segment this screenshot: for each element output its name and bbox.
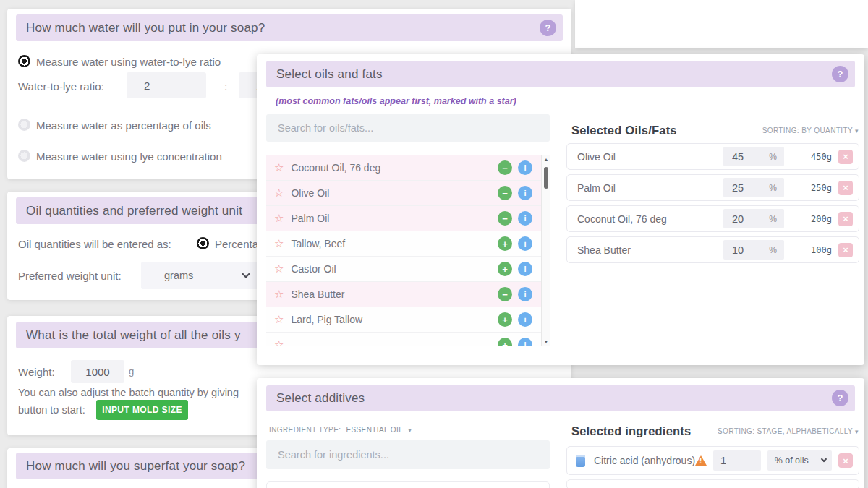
info-button[interactable]: i	[518, 287, 532, 301]
radio-percentages[interactable]	[197, 237, 209, 249]
remove-icon[interactable]: ×	[838, 212, 853, 226]
soap-calculator-page: How much water will you put in your soap…	[0, 0, 868, 488]
info-button[interactable]: i	[518, 211, 532, 226]
remove-oil-button[interactable]: −	[498, 287, 512, 301]
oils-sorting-label: SORTING: BY QUANTITY	[762, 127, 853, 134]
selected-ingredient-name: Citric acid (anhydrous)	[594, 455, 695, 466]
water-card-header: How much water will you put in your soap…	[16, 14, 563, 41]
oil-list-item[interactable]: ☆ + i	[266, 333, 550, 346]
oil-name: Palm Oil	[291, 213, 498, 224]
info-button[interactable]: i	[518, 160, 532, 175]
ingredient-type-value: ESSENTIAL OIL	[346, 426, 403, 434]
selected-oils-panel: Selected Oils/Fats SORTING: BY QUANTITY …	[561, 119, 864, 137]
total-weight-title: What is the total weight of all the oils…	[26, 328, 241, 343]
info-button[interactable]: i	[518, 186, 532, 200]
remove-icon[interactable]: ×	[838, 453, 853, 468]
add-oil-button[interactable]: +	[498, 312, 512, 327]
info-button[interactable]: i	[518, 338, 532, 346]
info-button[interactable]: i	[518, 262, 532, 276]
add-oil-button[interactable]: +	[498, 262, 512, 276]
oils-search-input[interactable]	[266, 114, 550, 142]
oil-percent-input[interactable]	[723, 182, 760, 194]
selected-ingredient-row-partial	[566, 479, 859, 488]
scroll-up-icon[interactable]: ▲	[542, 157, 550, 162]
oil-name: Olive Oil	[291, 187, 498, 199]
ingredients-sorting-control[interactable]: SORTING: STAGE, ALPHABETICALLY ▾	[718, 427, 859, 435]
oil-list-item[interactable]: ☆ Coconut Oil, 76 deg − i	[266, 155, 550, 181]
oils-list: ☆ Coconut Oil, 76 deg − i ☆ Olive Oil − …	[266, 155, 550, 346]
oils-note: (most common fats/oils appear first, mar…	[276, 96, 516, 106]
add-oil-button[interactable]: +	[498, 338, 512, 346]
help-icon[interactable]: ?	[832, 66, 848, 82]
selected-oil-name: Olive Oil	[577, 151, 723, 163]
oils-sorting-control[interactable]: SORTING: BY QUANTITY ▾	[762, 127, 859, 134]
star-icon: ☆	[274, 262, 284, 275]
radio-water-to-lye-label[interactable]: Measure water using water-to-lye ratio	[36, 56, 221, 68]
help-icon[interactable]: ?	[540, 20, 556, 36]
selected-oil-name: Coconut Oil, 76 deg	[577, 213, 723, 225]
weight-input[interactable]	[71, 360, 124, 383]
input-mold-size-button[interactable]: INPUT MOLD SIZE	[96, 400, 188, 420]
sort-caret-icon: ▾	[408, 427, 412, 434]
oil-list-item[interactable]: ☆ Castor Oil + i	[266, 257, 550, 282]
radio-lye-concentration-label[interactable]: Measure water using lye concentration	[36, 150, 222, 163]
oil-list-item[interactable]: ☆ Shea Butter − i	[266, 282, 550, 307]
remove-icon[interactable]: ×	[838, 150, 853, 164]
oil-percent-input[interactable]	[723, 244, 760, 256]
select-oils-panel: Select oils and fats ? (most common fats…	[257, 54, 864, 365]
add-oil-button[interactable]: +	[498, 236, 512, 251]
oil-name: Shea Butter	[291, 288, 498, 300]
ingredients-search-input[interactable]	[266, 440, 550, 469]
oil-list-item[interactable]: ☆ Olive Oil − i	[266, 181, 550, 206]
ratio-value-1-input[interactable]	[127, 72, 206, 98]
warning-icon[interactable]	[695, 455, 707, 466]
star-icon: ☆	[274, 288, 284, 301]
info-button[interactable]: i	[518, 236, 532, 251]
selected-ingredients-title: Selected ingredients	[571, 424, 691, 438]
oil-percent-input[interactable]	[723, 213, 760, 225]
selected-ingredients-panel: Selected ingredients SORTING: STAGE, ALP…	[561, 420, 864, 438]
ingredient-qty-input[interactable]	[713, 455, 745, 466]
ingredient-unit-value: % of oils	[775, 455, 809, 466]
remove-icon[interactable]: ×	[838, 243, 853, 257]
help-icon[interactable]: ?	[832, 390, 848, 406]
remove-oil-button[interactable]: −	[498, 211, 512, 226]
oil-quantities-title: Oil quantities and preferred weight unit	[26, 204, 242, 218]
radio-water-percentage-label[interactable]: Measure water as percentage of oils	[36, 119, 211, 132]
superfat-title: How much will you superfat your soap?	[26, 459, 245, 474]
oil-list-item[interactable]: ☆ Lard, Pig Tallow + i	[266, 307, 550, 333]
remove-oil-button[interactable]: −	[498, 186, 512, 200]
partial-top-card	[575, 0, 868, 48]
scrollbar-thumb[interactable]	[544, 167, 548, 189]
star-icon: ☆	[274, 338, 284, 346]
oil-list-item[interactable]: ☆ Tallow, Beef + i	[266, 231, 550, 257]
info-button[interactable]: i	[518, 312, 532, 327]
radio-water-to-lye[interactable]	[18, 55, 30, 67]
ingredients-sorting-label: SORTING: STAGE, ALPHABETICALLY	[718, 427, 853, 435]
sort-caret-icon: ▾	[855, 428, 859, 435]
select-oils-title: Select oils and fats	[276, 67, 383, 82]
remove-oil-button[interactable]: −	[498, 160, 512, 175]
scrollbar[interactable]: ▲ ▼	[541, 155, 550, 346]
scroll-down-icon[interactable]: ▼	[542, 339, 550, 344]
ingredient-unit-select[interactable]: % of oils	[767, 450, 833, 471]
selected-oil-name: Shea Butter	[577, 244, 723, 256]
oil-grams: 200g	[801, 214, 832, 224]
radio-lye-concentration[interactable]	[18, 150, 30, 162]
select-additives-title: Select additives	[276, 391, 365, 406]
selected-oil-row: Palm Oil % 250g ×	[566, 174, 859, 201]
oil-list-item[interactable]: ☆ Palm Oil − i	[266, 206, 550, 231]
batch-note-line2: button to start:	[18, 404, 85, 416]
ingredient-type-control[interactable]: INGREDIENT TYPE: ESSENTIAL OIL ▾	[269, 426, 412, 434]
oil-percent-input[interactable]	[723, 151, 760, 163]
oil-percent-field: %	[723, 147, 784, 166]
select-additives-header: Select additives ?	[266, 385, 855, 411]
radio-water-percentage[interactable]	[18, 119, 30, 131]
selected-oil-row: Shea Butter % 100g ×	[566, 236, 859, 263]
weight-unit-label: Preferred weight unit:	[18, 270, 122, 282]
ingredient-list-item-partial[interactable]	[266, 481, 550, 488]
remove-icon[interactable]: ×	[838, 181, 853, 195]
weight-unit-select[interactable]: grams	[141, 262, 259, 289]
oil-grams: 450g	[801, 152, 832, 162]
ingredient-type-label: INGREDIENT TYPE:	[269, 426, 341, 434]
